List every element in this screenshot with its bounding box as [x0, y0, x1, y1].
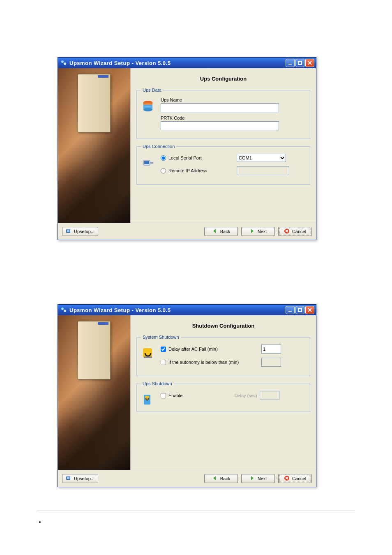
page-title: Shutdown Configuration: [136, 323, 310, 329]
prtk-code-label: PRTK Code: [161, 116, 226, 120]
remote-ip-radio[interactable]: [161, 168, 166, 173]
wizard-sidebar-image: [58, 68, 131, 223]
back-button[interactable]: Back: [204, 227, 238, 236]
upsetup-button[interactable]: Upsetup...: [62, 474, 98, 483]
group-system-shutdown: System Shutdown Delay after AC Fail (min…: [136, 335, 310, 376]
titlebar[interactable]: Upsmon Wizard Setup - Version 5.0.5: [58, 58, 316, 68]
svg-point-24: [64, 310, 66, 312]
group-ups-connection: Ups Connection Local Serial Port: [136, 144, 310, 185]
svg-rect-25: [288, 311, 292, 312]
svg-rect-34: [67, 477, 69, 479]
svg-marker-18: [213, 229, 216, 233]
window-title: Upsmon Wizard Setup - Version 5.0.5: [69, 60, 286, 66]
ups-shutdown-enable-checkbox[interactable]: [161, 393, 166, 398]
svg-rect-15: [150, 162, 153, 164]
cancel-icon: [284, 475, 290, 482]
arrow-left-icon: [212, 475, 218, 482]
minimize-button[interactable]: [286, 59, 295, 67]
maximize-button[interactable]: [295, 59, 304, 67]
back-label: Back: [220, 476, 230, 481]
cancel-button[interactable]: Cancel: [278, 227, 312, 236]
cancel-label: Cancel: [292, 476, 306, 481]
group-legend: Ups Data: [141, 88, 163, 92]
close-button[interactable]: [305, 59, 314, 67]
remote-ip-label: Remote IP Address: [168, 168, 234, 173]
page-title: Ups Configuration: [136, 76, 310, 82]
system-shutdown-icon: [141, 346, 155, 360]
minimize-button[interactable]: [286, 306, 295, 314]
upsetup-label: Upsetup...: [74, 229, 95, 234]
svg-rect-30: [144, 356, 152, 358]
bullet-icon: [39, 521, 41, 523]
divider: [37, 511, 355, 511]
svg-rect-26: [298, 308, 302, 312]
svg-point-23: [61, 308, 64, 310]
ups-name-input[interactable]: [161, 103, 279, 112]
cancel-label: Cancel: [292, 229, 306, 234]
upsetup-label: Upsetup...: [74, 476, 95, 481]
svg-point-0: [61, 60, 64, 63]
close-button[interactable]: [305, 306, 314, 314]
autonomy-checkbox[interactable]: [161, 360, 166, 365]
maximize-button[interactable]: [295, 306, 304, 314]
delay-ac-fail-label: Delay after AC Fail (min): [168, 347, 259, 352]
app-icon: [60, 60, 67, 66]
delay-ac-fail-checkbox[interactable]: [161, 347, 166, 352]
window-shutdown-configuration: Upsmon Wizard Setup - Version 5.0.5 Shut…: [58, 304, 316, 487]
svg-marker-35: [213, 476, 216, 480]
local-serial-radio[interactable]: [161, 155, 166, 161]
window-ups-configuration: Upsmon Wizard Setup - Version 5.0.5 Ups …: [58, 57, 316, 240]
serial-port-select[interactable]: COM1: [237, 154, 286, 162]
back-button[interactable]: Back: [204, 474, 238, 483]
arrow-right-icon: [249, 228, 255, 235]
svg-point-12: [143, 108, 152, 111]
upsetup-button[interactable]: Upsetup...: [62, 227, 98, 236]
cancel-button[interactable]: Cancel: [278, 474, 312, 483]
back-label: Back: [220, 229, 230, 234]
group-ups-data: Ups Data: [136, 88, 310, 139]
local-serial-label: Local Serial Port: [168, 155, 234, 160]
svg-marker-19: [251, 229, 254, 233]
ups-shutdown-icon: [141, 393, 155, 407]
arrow-left-icon: [212, 228, 218, 235]
next-button[interactable]: Next: [241, 474, 275, 483]
ups-shutdown-enable-label: Enable: [168, 393, 226, 398]
connection-icon: [141, 155, 155, 169]
group-legend: System Shutdown: [141, 335, 181, 340]
ups-shutdown-delay-input: [260, 391, 279, 400]
upsetup-icon: [66, 475, 71, 482]
cancel-icon: [284, 228, 290, 235]
autonomy-input: [261, 358, 281, 367]
ups-name-label: Ups Name: [161, 97, 226, 102]
wizard-sidebar-image: [58, 315, 131, 470]
delay-ac-fail-input[interactable]: [261, 345, 281, 354]
app-icon: [60, 307, 67, 313]
ups-data-icon: [141, 99, 155, 113]
upsetup-icon: [66, 228, 71, 235]
next-label: Next: [258, 476, 267, 481]
titlebar[interactable]: Upsmon Wizard Setup - Version 5.0.5: [58, 305, 316, 315]
group-ups-shutdown: Ups Shutdown Enable Delay (sec): [136, 381, 310, 412]
svg-rect-2: [288, 64, 292, 65]
ups-shutdown-delay-label: Delay (sec): [228, 393, 257, 398]
wizard-footer: Upsetup... Back Next Cancel: [58, 223, 316, 240]
arrow-right-icon: [249, 475, 255, 482]
group-legend: Ups Connection: [141, 144, 176, 149]
autonomy-label: If the autonomy is below than (min): [168, 360, 259, 365]
window-title: Upsmon Wizard Setup - Version 5.0.5: [69, 307, 286, 313]
next-label: Next: [258, 229, 267, 234]
svg-marker-36: [251, 476, 254, 480]
next-button[interactable]: Next: [241, 227, 275, 236]
svg-rect-17: [67, 230, 69, 232]
svg-point-1: [64, 62, 66, 65]
wizard-footer: Upsetup... Back Next Cancel: [58, 470, 316, 487]
svg-rect-14: [144, 161, 149, 164]
remote-ip-input: [237, 166, 289, 175]
svg-rect-3: [298, 61, 302, 65]
prtk-code-input[interactable]: [161, 121, 279, 130]
group-legend: Ups Shutdown: [141, 381, 174, 386]
